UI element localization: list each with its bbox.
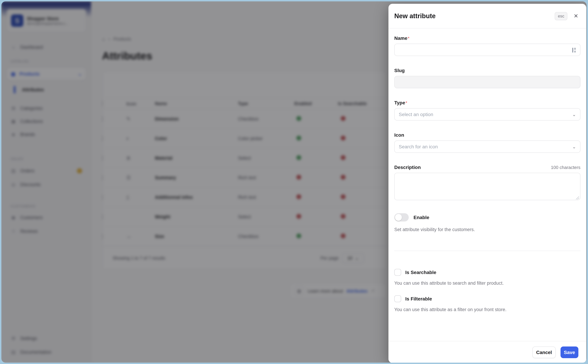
resize-handle[interactable]: [576, 196, 579, 200]
type-field-group: Type * Select an option ⌄: [394, 100, 581, 121]
slug-input-wrap: [394, 76, 581, 88]
required-asterisk: *: [405, 100, 407, 105]
type-select[interactable]: Select an option ⌄: [394, 108, 581, 121]
description-textarea-wrap: [394, 173, 581, 202]
new-attribute-drawer: New attribute esc ✕ Name *: [388, 4, 586, 363]
name-input-wrap: [394, 44, 581, 56]
description-field-group: Description 100 characters: [394, 164, 581, 202]
app-window: S Shopper Store demo@shopperstore.c... ⌂…: [1, 1, 587, 363]
is-filterable-helper: You can use this attribute as a filter o…: [394, 307, 581, 312]
slug-label: Slug: [394, 68, 405, 73]
enable-helper-text: Set attribute visibility for the custome…: [394, 227, 581, 232]
divider: [394, 251, 581, 251]
description-label: Description: [394, 164, 421, 170]
close-icon[interactable]: ✕: [572, 12, 581, 20]
is-searchable-helper: You can use this attribute to search and…: [394, 280, 581, 286]
name-input[interactable]: [399, 47, 576, 52]
chevron-down-icon: ⌄: [572, 112, 576, 117]
is-filterable-label: Is Filterable: [405, 296, 432, 301]
enable-toggle-row: Enable: [394, 213, 581, 221]
type-select-placeholder: Select an option: [399, 112, 433, 117]
icon-select[interactable]: Search for an icon ⌄: [394, 140, 581, 153]
name-label: Name: [394, 35, 407, 41]
is-filterable-row: Is Filterable: [394, 295, 581, 302]
chevron-down-icon: ⌄: [572, 144, 576, 149]
type-label: Type: [394, 100, 405, 105]
toggle-knob: [395, 214, 402, 221]
save-button[interactable]: Save: [561, 346, 578, 358]
is-searchable-label: Is Searchable: [405, 270, 436, 275]
is-searchable-row: Is Searchable: [394, 269, 581, 276]
drawer-body: Name * Slug: [388, 28, 586, 312]
drawer-footer: Cancel Save: [388, 341, 586, 363]
icon-label: Icon: [394, 132, 404, 138]
translation-icon: [572, 47, 577, 54]
esc-key-badge: esc: [555, 12, 567, 20]
is-filterable-checkbox[interactable]: [394, 295, 401, 302]
stage: S Shopper Store demo@shopperstore.c... ⌂…: [0, 0, 588, 364]
enable-toggle[interactable]: [394, 213, 409, 221]
drawer-title: New attribute: [394, 12, 436, 20]
slug-input[interactable]: [399, 79, 576, 85]
cancel-button[interactable]: Cancel: [532, 346, 556, 358]
slug-field-group: Slug: [394, 68, 581, 88]
name-field-group: Name *: [394, 35, 581, 56]
icon-select-placeholder: Search for an icon: [399, 144, 438, 149]
description-textarea[interactable]: [394, 173, 581, 200]
icon-field-group: Icon Search for an icon ⌄: [394, 132, 581, 153]
is-searchable-checkbox[interactable]: [394, 269, 401, 276]
required-asterisk: *: [408, 36, 409, 41]
character-counter: 100 characters: [551, 165, 581, 170]
enable-label: Enable: [413, 215, 429, 220]
drawer-header: New attribute esc ✕: [388, 4, 586, 28]
